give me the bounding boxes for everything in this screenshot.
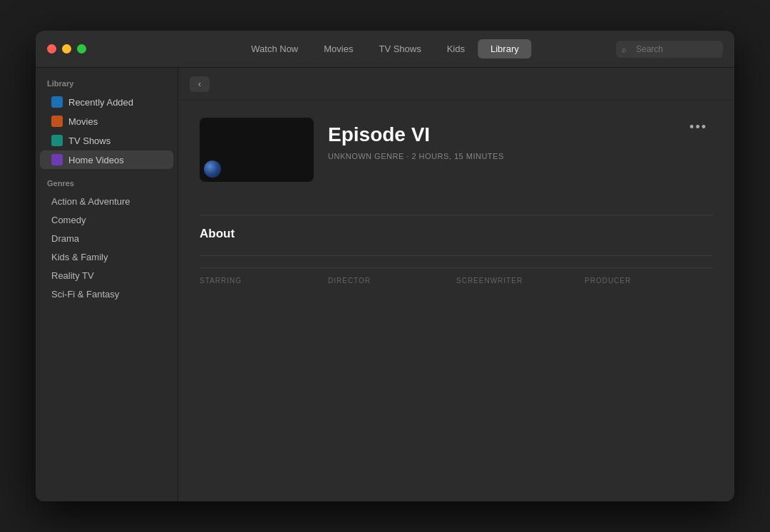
nav-tabs: Watch Now Movies TV Shows Kids Library bbox=[238, 39, 531, 58]
sidebar-item-home-videos[interactable]: Home Videos bbox=[40, 150, 173, 169]
episode-thumbnail bbox=[200, 118, 314, 182]
sidebar-item-home-videos-label: Home Videos bbox=[68, 155, 124, 165]
recently-added-icon bbox=[51, 96, 63, 108]
starring-label: STARRING bbox=[200, 277, 328, 285]
more-options-button[interactable]: ••• bbox=[684, 118, 713, 136]
content-area: Episode VI UNKNOWN GENRE · 2 HOURS, 15 M… bbox=[178, 101, 734, 501]
movies-icon bbox=[51, 116, 63, 127]
episode-separator: · bbox=[406, 152, 409, 160]
genre-reality-tv[interactable]: Reality TV bbox=[40, 267, 173, 285]
sidebar-item-tv-shows[interactable]: TV Shows bbox=[40, 131, 173, 150]
episode-info: UNKNOWN GENRE · 2 HOURS, 15 MINUTES bbox=[328, 152, 504, 160]
app-window: Watch Now Movies TV Shows Kids Library ⌕… bbox=[36, 31, 734, 501]
about-title: About bbox=[200, 227, 713, 241]
starring-col: STARRING bbox=[200, 277, 328, 285]
close-button[interactable] bbox=[47, 44, 56, 53]
divider-1 bbox=[200, 215, 713, 215]
sidebar-item-recently-added-label: Recently Added bbox=[68, 97, 133, 108]
traffic-lights bbox=[47, 44, 86, 53]
director-label: DIRECTOR bbox=[328, 277, 456, 285]
director-col: DIRECTOR bbox=[328, 277, 456, 285]
producer-label: PRODUCER bbox=[585, 277, 713, 285]
episode-genre: UNKNOWN GENRE bbox=[328, 152, 404, 160]
back-button[interactable]: ‹ bbox=[190, 76, 210, 92]
genres-section: Genres Action & Adventure Comedy Drama K… bbox=[36, 179, 178, 303]
about-section: About bbox=[200, 227, 713, 241]
credits-row: STARRING DIRECTOR SCREENWRITER PRODUCER bbox=[200, 267, 713, 285]
tab-library[interactable]: Library bbox=[478, 39, 532, 58]
search-input[interactable] bbox=[616, 41, 723, 58]
body: Library Recently Added Movies TV Shows H… bbox=[36, 68, 734, 501]
genre-comedy[interactable]: Comedy bbox=[40, 211, 173, 229]
tab-tv-shows[interactable]: TV Shows bbox=[366, 39, 433, 58]
main-toolbar: ‹ bbox=[178, 68, 734, 101]
tab-watch-now[interactable]: Watch Now bbox=[238, 39, 311, 58]
screenwriter-label: SCREENWRITER bbox=[456, 277, 585, 285]
genre-drama[interactable]: Drama bbox=[40, 230, 173, 247]
back-icon: ‹ bbox=[198, 78, 201, 89]
search-icon: ⌕ bbox=[622, 45, 627, 53]
sidebar-item-recently-added[interactable]: Recently Added bbox=[40, 93, 173, 111]
genre-action[interactable]: Action & Adventure bbox=[40, 193, 173, 210]
library-section-label: Library bbox=[36, 79, 178, 92]
minimize-button[interactable] bbox=[62, 44, 71, 53]
tab-movies[interactable]: Movies bbox=[311, 39, 366, 58]
thumbnail-image bbox=[204, 160, 221, 178]
sidebar-item-movies[interactable]: Movies bbox=[40, 112, 173, 131]
genre-kids-family[interactable]: Kids & Family bbox=[40, 248, 173, 266]
episode-title: Episode VI bbox=[328, 123, 504, 146]
screenwriter-col: SCREENWRITER bbox=[456, 277, 585, 285]
home-videos-icon bbox=[51, 154, 63, 165]
sidebar: Library Recently Added Movies TV Shows H… bbox=[36, 68, 178, 501]
genre-sci-fi[interactable]: Sci-Fi & Fantasy bbox=[40, 285, 173, 303]
episode-duration: 2 HOURS, 15 MINUTES bbox=[411, 152, 503, 160]
tv-shows-icon bbox=[51, 135, 63, 146]
sidebar-item-movies-label: Movies bbox=[68, 116, 98, 127]
episode-header-row: Episode VI UNKNOWN GENRE · 2 HOURS, 15 M… bbox=[200, 118, 713, 203]
divider-2 bbox=[200, 255, 713, 256]
episode-header: Episode VI UNKNOWN GENRE · 2 HOURS, 15 M… bbox=[200, 118, 504, 182]
sidebar-item-tv-shows-label: TV Shows bbox=[68, 135, 111, 146]
genres-section-label: Genres bbox=[36, 179, 178, 192]
maximize-button[interactable] bbox=[77, 44, 86, 53]
producer-col: PRODUCER bbox=[585, 277, 713, 285]
tab-kids[interactable]: Kids bbox=[434, 39, 478, 58]
main-content: ‹ Episode VI UNKNOWN GENRE · bbox=[178, 68, 734, 501]
episode-meta: Episode VI UNKNOWN GENRE · 2 HOURS, 15 M… bbox=[328, 118, 504, 160]
search-bar[interactable]: ⌕ bbox=[616, 41, 723, 58]
titlebar: Watch Now Movies TV Shows Kids Library ⌕ bbox=[36, 31, 734, 68]
